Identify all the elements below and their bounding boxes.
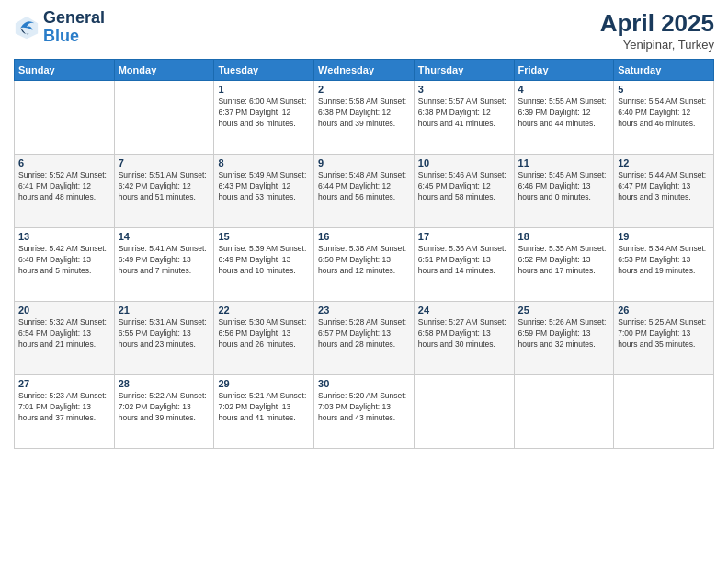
calendar-cell: 17Sunrise: 5:36 AM Sunset: 6:51 PM Dayli…: [414, 228, 514, 302]
day-info: Sunrise: 5:27 AM Sunset: 6:58 PM Dayligh…: [418, 317, 510, 350]
calendar-cell: 15Sunrise: 5:39 AM Sunset: 6:49 PM Dayli…: [214, 228, 314, 302]
calendar-cell: [15, 81, 115, 155]
calendar-cell: 28Sunrise: 5:22 AM Sunset: 7:02 PM Dayli…: [114, 375, 214, 449]
day-info: Sunrise: 5:54 AM Sunset: 6:40 PM Dayligh…: [618, 97, 710, 130]
day-number: 15: [218, 231, 310, 242]
calendar-cell: 14Sunrise: 5:41 AM Sunset: 6:49 PM Dayli…: [114, 228, 214, 302]
day-info: Sunrise: 5:20 AM Sunset: 7:03 PM Dayligh…: [318, 391, 410, 424]
day-info: Sunrise: 6:00 AM Sunset: 6:37 PM Dayligh…: [218, 97, 310, 130]
calendar-cell: 29Sunrise: 5:21 AM Sunset: 7:02 PM Dayli…: [214, 375, 314, 449]
day-number: 23: [318, 304, 410, 316]
calendar-cell: 3Sunrise: 5:57 AM Sunset: 6:38 PM Daylig…: [414, 81, 514, 155]
day-number: 7: [119, 157, 210, 168]
calendar-cell: 8Sunrise: 5:49 AM Sunset: 6:43 PM Daylig…: [214, 155, 314, 228]
day-info: Sunrise: 5:31 AM Sunset: 6:55 PM Dayligh…: [119, 317, 210, 350]
header: General Blue April 2025 Yenipinar, Turke…: [14, 9, 714, 52]
calendar-cell: 23Sunrise: 5:28 AM Sunset: 6:57 PM Dayli…: [314, 302, 415, 375]
day-info: Sunrise: 5:26 AM Sunset: 6:59 PM Dayligh…: [518, 317, 610, 350]
page: General Blue April 2025 Yenipinar, Turke…: [0, 0, 728, 563]
calendar-cell: [514, 375, 614, 449]
day-info: Sunrise: 5:30 AM Sunset: 6:56 PM Dayligh…: [218, 317, 310, 350]
day-number: 26: [618, 304, 710, 316]
calendar-cell: 26Sunrise: 5:25 AM Sunset: 7:00 PM Dayli…: [614, 302, 714, 375]
day-info: Sunrise: 5:55 AM Sunset: 6:39 PM Dayligh…: [518, 97, 610, 130]
calendar-header-row: SundayMondayTuesdayWednesdayThursdayFrid…: [15, 60, 714, 81]
day-number: 27: [18, 378, 110, 389]
day-number: 28: [119, 378, 210, 389]
day-number: 5: [618, 84, 710, 95]
logo-text: General Blue: [43, 9, 105, 46]
day-number: 3: [418, 84, 510, 95]
day-info: Sunrise: 5:46 AM Sunset: 6:45 PM Dayligh…: [418, 170, 510, 203]
calendar-week-row: 27Sunrise: 5:23 AM Sunset: 7:01 PM Dayli…: [15, 375, 714, 449]
calendar-week-row: 20Sunrise: 5:32 AM Sunset: 6:54 PM Dayli…: [15, 302, 714, 375]
day-info: Sunrise: 5:48 AM Sunset: 6:44 PM Dayligh…: [318, 170, 410, 203]
day-number: 11: [518, 157, 610, 168]
day-number: 9: [318, 157, 410, 168]
day-info: Sunrise: 5:42 AM Sunset: 6:48 PM Dayligh…: [18, 244, 110, 277]
day-number: 18: [518, 231, 610, 242]
day-number: 24: [418, 304, 510, 316]
day-info: Sunrise: 5:36 AM Sunset: 6:51 PM Dayligh…: [418, 244, 510, 277]
day-info: Sunrise: 5:35 AM Sunset: 6:52 PM Dayligh…: [518, 244, 610, 277]
day-info: Sunrise: 5:32 AM Sunset: 6:54 PM Dayligh…: [18, 317, 110, 350]
weekday-header: Tuesday: [214, 60, 314, 81]
sub-title: Yenipinar, Turkey: [600, 38, 714, 52]
title-block: April 2025 Yenipinar, Turkey: [600, 9, 714, 52]
calendar-cell: 10Sunrise: 5:46 AM Sunset: 6:45 PM Dayli…: [414, 155, 514, 228]
calendar-cell: 5Sunrise: 5:54 AM Sunset: 6:40 PM Daylig…: [614, 81, 714, 155]
day-number: 25: [518, 304, 610, 316]
day-number: 13: [18, 231, 110, 242]
day-number: 1: [218, 84, 310, 95]
calendar-cell: 16Sunrise: 5:38 AM Sunset: 6:50 PM Dayli…: [314, 228, 415, 302]
logo-icon: [14, 15, 40, 40]
calendar-cell: 9Sunrise: 5:48 AM Sunset: 6:44 PM Daylig…: [314, 155, 415, 228]
calendar-cell: 20Sunrise: 5:32 AM Sunset: 6:54 PM Dayli…: [15, 302, 115, 375]
day-info: Sunrise: 5:39 AM Sunset: 6:49 PM Dayligh…: [218, 244, 310, 277]
day-number: 8: [218, 157, 310, 168]
day-number: 10: [418, 157, 510, 168]
day-number: 16: [318, 231, 410, 242]
calendar-cell: 13Sunrise: 5:42 AM Sunset: 6:48 PM Dayli…: [15, 228, 115, 302]
calendar: SundayMondayTuesdayWednesdayThursdayFrid…: [14, 59, 714, 449]
calendar-cell: 19Sunrise: 5:34 AM Sunset: 6:53 PM Dayli…: [614, 228, 714, 302]
day-number: 21: [119, 304, 210, 316]
calendar-cell: 2Sunrise: 5:58 AM Sunset: 6:38 PM Daylig…: [314, 81, 415, 155]
calendar-cell: 1Sunrise: 6:00 AM Sunset: 6:37 PM Daylig…: [214, 81, 314, 155]
day-number: 19: [618, 231, 710, 242]
main-title: April 2025: [600, 9, 714, 38]
calendar-cell: 27Sunrise: 5:23 AM Sunset: 7:01 PM Dayli…: [15, 375, 115, 449]
day-info: Sunrise: 5:28 AM Sunset: 6:57 PM Dayligh…: [318, 317, 410, 350]
day-number: 20: [18, 304, 110, 316]
day-number: 4: [518, 84, 610, 95]
day-number: 2: [318, 84, 410, 95]
day-info: Sunrise: 5:25 AM Sunset: 7:00 PM Dayligh…: [618, 317, 710, 350]
day-info: Sunrise: 5:45 AM Sunset: 6:46 PM Dayligh…: [518, 170, 610, 203]
calendar-week-row: 6Sunrise: 5:52 AM Sunset: 6:41 PM Daylig…: [15, 155, 714, 228]
weekday-header: Thursday: [414, 60, 514, 81]
day-info: Sunrise: 5:58 AM Sunset: 6:38 PM Dayligh…: [318, 97, 410, 130]
weekday-header: Saturday: [614, 60, 714, 81]
logo: General Blue: [14, 9, 105, 46]
day-info: Sunrise: 5:23 AM Sunset: 7:01 PM Dayligh…: [18, 391, 110, 424]
calendar-week-row: 1Sunrise: 6:00 AM Sunset: 6:37 PM Daylig…: [15, 81, 714, 155]
day-number: 12: [618, 157, 710, 168]
calendar-cell: 12Sunrise: 5:44 AM Sunset: 6:47 PM Dayli…: [614, 155, 714, 228]
calendar-cell: 22Sunrise: 5:30 AM Sunset: 6:56 PM Dayli…: [214, 302, 314, 375]
day-number: 29: [218, 378, 310, 389]
calendar-cell: 7Sunrise: 5:51 AM Sunset: 6:42 PM Daylig…: [114, 155, 214, 228]
calendar-cell: 21Sunrise: 5:31 AM Sunset: 6:55 PM Dayli…: [114, 302, 214, 375]
calendar-cell: [114, 81, 214, 155]
calendar-cell: 4Sunrise: 5:55 AM Sunset: 6:39 PM Daylig…: [514, 81, 614, 155]
calendar-week-row: 13Sunrise: 5:42 AM Sunset: 6:48 PM Dayli…: [15, 228, 714, 302]
calendar-cell: 6Sunrise: 5:52 AM Sunset: 6:41 PM Daylig…: [15, 155, 115, 228]
day-number: 30: [318, 378, 410, 389]
calendar-cell: 25Sunrise: 5:26 AM Sunset: 6:59 PM Dayli…: [514, 302, 614, 375]
calendar-cell: 30Sunrise: 5:20 AM Sunset: 7:03 PM Dayli…: [314, 375, 415, 449]
day-number: 6: [18, 157, 110, 168]
weekday-header: Monday: [114, 60, 214, 81]
day-info: Sunrise: 5:51 AM Sunset: 6:42 PM Dayligh…: [119, 170, 210, 203]
calendar-cell: 24Sunrise: 5:27 AM Sunset: 6:58 PM Dayli…: [414, 302, 514, 375]
day-info: Sunrise: 5:38 AM Sunset: 6:50 PM Dayligh…: [318, 244, 410, 277]
day-number: 14: [119, 231, 210, 242]
